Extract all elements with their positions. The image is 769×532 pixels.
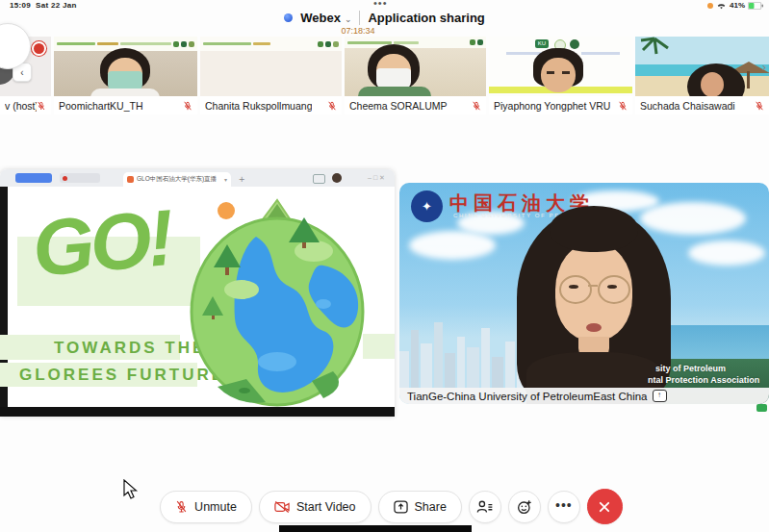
leave-meeting-button[interactable] (587, 489, 623, 524)
speaker-name-bar: TianGe-China University of PetroleumEast… (399, 388, 769, 404)
camera-off-icon (274, 500, 290, 514)
more-icon: ••• (555, 497, 573, 513)
slide-bottom-bar (0, 407, 395, 417)
overlay-text-2: ntal Protection Association (648, 375, 759, 385)
sharing-mode-title: Application sharing (368, 11, 484, 25)
wifi-icon (716, 2, 727, 10)
university-seal-icon: ✦ (411, 190, 443, 222)
participants-button[interactable] (469, 491, 501, 523)
red-badge-icon (32, 41, 46, 56)
shared-screen-left: GLO中国石油大学(华东)直播 ▾ ＋ – □ ✕ GO! TOWARDS TH… (0, 169, 395, 417)
battery-icon (748, 2, 763, 10)
meeting-timer: 07:18:34 (328, 26, 388, 36)
bottom-black-bar (279, 525, 472, 532)
battery-percent: 41% (730, 1, 745, 10)
start-video-label: Start Video (296, 500, 356, 514)
recording-dot-icon (707, 3, 713, 9)
participant-tile[interactable]: Suchada Chaisawadi (635, 37, 769, 114)
mic-muted-icon (175, 499, 188, 514)
mic-muted-icon (618, 100, 628, 112)
status-date: Sat 22 Jan (36, 1, 77, 10)
slide-subline1: TOWARDS THE (54, 339, 206, 358)
status-time: 15:09 (10, 1, 31, 10)
remote-browser-pill (60, 173, 100, 183)
unmute-button[interactable]: Unmute (160, 491, 252, 523)
mic-muted-icon (755, 100, 764, 112)
tab-title: GLO中国石油大学(华东)直播 (137, 175, 221, 184)
webex-app-window: 15:09 Sat 22 Jan ••• 41% Webex ⌄ Applica… (0, 0, 769, 532)
favicon (127, 176, 134, 183)
share-label: Share (415, 500, 447, 514)
earth-illustration (189, 198, 366, 407)
participant-name: Cheema SORALUMP (349, 100, 448, 112)
slide-headline: GO! (30, 198, 173, 289)
header-divider (359, 11, 360, 25)
meeting-header: Webex ⌄ Application sharing (0, 11, 769, 25)
mic-muted-icon (183, 100, 192, 112)
smiley-plus-icon (517, 499, 532, 515)
remote-browser-bar: GLO中国石油大学(华东)直播 ▾ ＋ – □ ✕ (0, 169, 395, 187)
participants-icon (476, 499, 493, 514)
mic-muted-icon (472, 100, 481, 112)
mic-muted-icon (37, 100, 46, 112)
new-tab-glyph: ＋ (237, 172, 246, 186)
unmute-label: Unmute (194, 500, 237, 514)
status-indicators: 41% (707, 1, 763, 10)
remote-browser-button (15, 173, 52, 183)
participant-video (635, 37, 769, 96)
ku-logo-icon: KU (535, 39, 549, 48)
profile-avatar (332, 173, 342, 183)
share-button[interactable]: Share (378, 491, 462, 523)
more-options-button[interactable]: ••• (548, 491, 580, 523)
participant-name: PoomichartKU_TH (59, 100, 143, 112)
active-speaker-video[interactable]: ✦ 中国石油大学 CHINA UNIVERSITY OF PETROLEUM s… (399, 183, 769, 404)
multitask-dots-icon[interactable]: ••• (373, 0, 388, 9)
meeting-controls: Unmute Start Video Share ••• (0, 489, 769, 524)
sharing-indicator-icon: ↑ (653, 390, 667, 402)
participant-tile[interactable]: Chanita Rukspollmuang (200, 37, 342, 114)
overlay-text-1: sity of Petroleum (655, 364, 726, 373)
window-controls: – □ ✕ (368, 174, 385, 182)
filmstrip-scroll-right-button[interactable]: › (762, 60, 766, 74)
participant-tile[interactable]: KU Piyaphong Yongphet VRU (489, 37, 632, 114)
mic-muted-icon (327, 100, 337, 112)
extension-icon (313, 174, 325, 184)
participant-tile[interactable]: Cheema SORALUMP (345, 37, 486, 114)
webex-logo-icon (284, 13, 293, 22)
webex-menu[interactable]: Webex (300, 11, 341, 25)
participant-tile[interactable]: PoomichartKU_TH (54, 37, 197, 114)
participant-name: Chanita Rukspollmuang (205, 100, 312, 112)
slide-content: GO! TOWARDS THE GLOREES FURTURE (0, 187, 395, 407)
green-app-icon (756, 404, 767, 412)
reactions-button[interactable] (508, 491, 541, 523)
remote-browser-tab: GLO中国石油大学(华东)直播 ▾ (123, 172, 231, 187)
participant-name: Suchada Chaisawadi (640, 100, 735, 112)
share-screen-icon (394, 500, 408, 514)
chevron-down-icon[interactable]: ⌄ (345, 14, 352, 24)
status-clock: 15:09 Sat 22 Jan (10, 1, 77, 10)
speaker-name: TianGe-China University of PetroleumEast… (407, 391, 648, 402)
close-icon (598, 500, 611, 514)
participant-name: v (host) (5, 100, 37, 112)
participant-name: Piyaphong Yongphet VRU (494, 100, 610, 112)
start-video-button[interactable]: Start Video (259, 491, 372, 523)
band (363, 334, 395, 359)
